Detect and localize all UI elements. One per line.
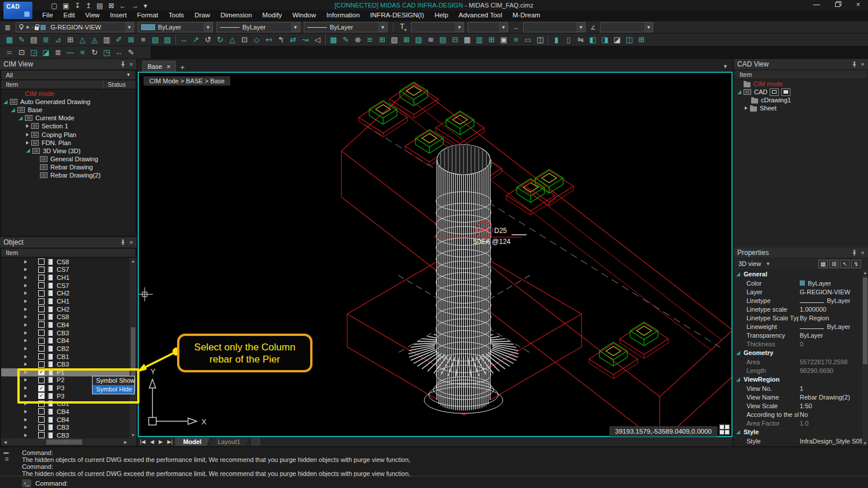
tool-icon[interactable]: ≡ — [510, 34, 522, 45]
object-row-ch1[interactable]: CH1 — [1, 297, 130, 305]
tool-icon[interactable]: ↰ — [275, 34, 287, 45]
menu-file[interactable]: File — [37, 10, 58, 21]
close-button[interactable]: × — [852, 1, 865, 9]
close-icon[interactable]: × — [861, 61, 865, 68]
tool-icon[interactable]: — — [64, 47, 76, 58]
layout-add-button[interactable] — [252, 438, 260, 445]
prev-tab-icon[interactable]: ◀ — [148, 439, 156, 445]
view-mode-on-button[interactable] — [781, 88, 790, 96]
cim-item-current-mode[interactable]: Current Mode — [1, 114, 135, 122]
cim-item-section-1[interactable]: Section 1 — [1, 122, 135, 130]
tool-icon[interactable]: ⊞ — [635, 34, 648, 45]
tool-icon[interactable]: ▭ — [522, 34, 534, 45]
cim-item-coping-plan[interactable]: Coping Plan — [1, 130, 135, 138]
view-mode-off-button[interactable] — [770, 88, 779, 96]
menu-advanced-tool[interactable]: Advanced Tool — [454, 10, 507, 21]
tool-icon[interactable]: ✎ — [125, 47, 137, 58]
properties-tool-button[interactable]: ▦ — [818, 260, 828, 268]
visibility-checkbox[interactable] — [38, 267, 45, 273]
chevron-down-icon[interactable]: ▼ — [378, 23, 387, 32]
tool-icon[interactable]: ✐ — [113, 34, 125, 45]
tool-icon[interactable]: ⊡ — [238, 34, 251, 45]
menu-view[interactable]: View — [80, 10, 105, 21]
leader-style-icon[interactable]: ∠ — [589, 24, 597, 31]
drawing-canvas[interactable]: YXP1D2550EA @124 CIM Mode > BASE > Base … — [138, 72, 733, 437]
close-icon[interactable]: × — [861, 249, 865, 256]
cim-item-3d-view-3d-[interactable]: 3D View (3D) — [1, 147, 135, 155]
tool-icon[interactable]: ▨ — [413, 34, 425, 45]
forward-icon[interactable]: → — [131, 2, 138, 10]
menu-tools[interactable]: Tools — [163, 10, 189, 21]
cad-item-sheet[interactable]: Sheet — [735, 104, 867, 112]
tool-icon[interactable]: △ — [76, 34, 89, 45]
cim-item-general-drawing[interactable]: General Drawing — [1, 155, 135, 163]
context-menu-item-symbol-show[interactable]: Symbol Show — [93, 376, 134, 385]
menu-help[interactable]: Help — [429, 10, 454, 21]
cim-item-auto-generated-drawing[interactable]: Auto Generated Drawing — [1, 98, 135, 106]
tool-icon[interactable]: ◇ — [251, 34, 263, 45]
cad-item-cdrawing1[interactable]: cDrawing1 — [735, 96, 867, 104]
property-row-thickness[interactable]: Thickness0 — [734, 339, 862, 348]
tool-icon[interactable]: ▥ — [101, 34, 113, 45]
tool-icon[interactable]: ↺ — [202, 34, 214, 45]
save-icon[interactable]: ↧ — [75, 2, 80, 10]
tab-layout1[interactable]: Layout1 — [209, 438, 248, 446]
property-row-area[interactable]: Area557228170.2598 — [734, 357, 862, 366]
tool-icon[interactable]: ▮ — [550, 34, 562, 45]
cim-item-rebar-drawing[interactable]: Rebar Drawing — [1, 163, 135, 171]
tool-icon[interactable]: △ — [226, 34, 238, 45]
tool-icon[interactable]: ≌ — [364, 34, 376, 45]
property-row-transparency[interactable]: TransparencyByLayer — [734, 331, 862, 339]
tool-icon[interactable]: ↻ — [214, 34, 226, 45]
visibility-checkbox[interactable] — [38, 258, 45, 265]
visibility-checkbox[interactable] — [38, 345, 45, 352]
property-section-style[interactable]: Style — [734, 427, 862, 437]
object-row-ch2[interactable]: CH2 — [1, 305, 130, 313]
properties-tool-button[interactable]: ↖ — [840, 260, 850, 268]
cim-item-base[interactable]: Base — [1, 106, 135, 114]
pin-icon[interactable] — [120, 61, 126, 68]
close-icon[interactable]: × — [130, 61, 133, 68]
object-hscrollbar[interactable]: ◀ ▶ ⋯ — [1, 438, 137, 446]
layer-combo[interactable]: ∗ ▫ G-REGION-VIEW ▼ — [16, 22, 134, 32]
menu-information[interactable]: Information — [321, 10, 365, 21]
linetype-combo[interactable]: ByLayer ▼ — [216, 22, 300, 32]
next-tab-icon[interactable]: ▶ — [156, 439, 165, 445]
menu-insert[interactable]: Insert — [105, 10, 132, 21]
minimize-button[interactable]: — — [810, 1, 823, 9]
object-row-cs8[interactable]: CS8 — [1, 313, 130, 321]
tool-icon[interactable]: ⊞ — [486, 34, 498, 45]
tool-icon[interactable]: ◪ — [611, 34, 623, 45]
tool-icon[interactable]: ✎ — [340, 34, 352, 45]
object-row-cb1[interactable]: CB1 — [1, 353, 130, 361]
pin-icon[interactable] — [852, 250, 857, 256]
tool-icon[interactable]: ◬ — [89, 34, 101, 45]
tool-icon[interactable]: ◲ — [28, 47, 40, 58]
cad-item-cad[interactable]: CAD — [735, 88, 867, 96]
property-row-linetype-scale-type[interactable]: Linetype Scale TypeBy Region — [734, 313, 862, 322]
property-section-geometry[interactable]: Geometry — [734, 348, 862, 357]
property-section-general[interactable]: General — [734, 269, 862, 279]
menu-dimension[interactable]: Dimension — [215, 10, 257, 21]
tool-icon[interactable]: ⊗ — [352, 34, 364, 45]
tool-icon[interactable]: ≡ — [76, 47, 89, 58]
visibility-checkbox[interactable] — [38, 338, 45, 344]
tool-icon[interactable]: ≡ — [137, 34, 149, 45]
cim-filter-dropdown[interactable]: All▼ — [1, 71, 135, 80]
tool-icon[interactable]: ≍ — [3, 47, 16, 58]
last-tab-icon[interactable]: ▶| — [165, 439, 175, 445]
property-row-linetype[interactable]: LinetypeByLayer — [734, 296, 862, 305]
tool-icon[interactable]: ◫ — [534, 34, 546, 45]
tool-icon[interactable]: ≋ — [425, 34, 437, 45]
visibility-checkbox[interactable] — [38, 298, 45, 305]
property-row-color[interactable]: ColorByLayer — [734, 279, 862, 287]
menu-infra-design-i-[interactable]: INFRA-DESIGN(I) — [365, 10, 429, 21]
visibility-checkbox[interactable] — [38, 432, 45, 438]
tool-icon[interactable]: ▤ — [28, 34, 40, 45]
tool-icon[interactable]: ⇄ — [287, 34, 299, 45]
tool-icon[interactable]: ⊠ — [125, 34, 137, 45]
tool-icon[interactable]: ◳ — [101, 47, 113, 58]
first-tab-icon[interactable]: |◀ — [138, 439, 148, 445]
tool-icon[interactable]: ⊿ — [52, 34, 64, 45]
close-tab-icon[interactable]: × — [167, 63, 170, 70]
